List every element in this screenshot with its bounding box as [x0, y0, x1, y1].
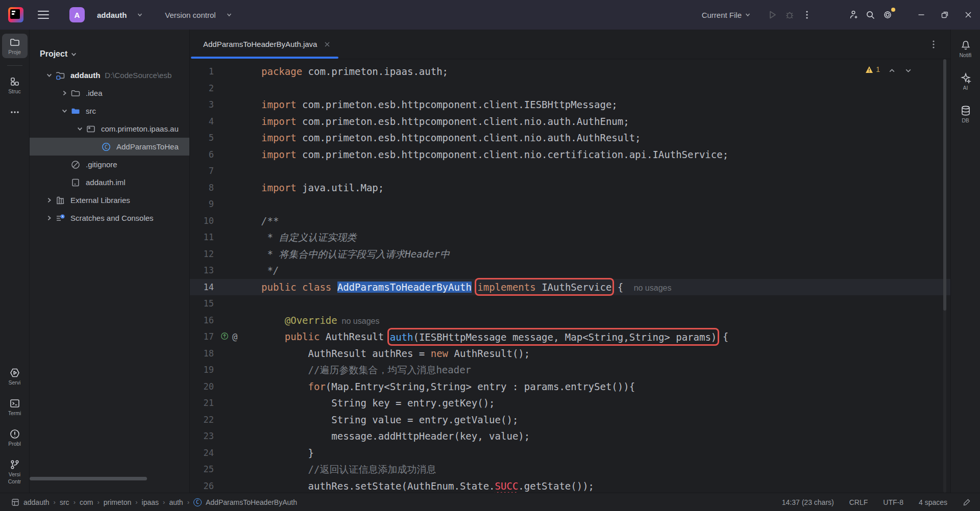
- warning-indicator[interactable]: 1: [865, 65, 880, 73]
- chevron-expanded-icon[interactable]: [74, 123, 85, 135]
- breadcrumb-item[interactable]: ipaas: [142, 498, 159, 506]
- main-menu-icon[interactable]: [38, 11, 49, 19]
- sidebar-item-more-tools[interactable]: [2, 104, 28, 121]
- previous-problem-icon[interactable]: [888, 65, 896, 73]
- ai-assistant-icon: [960, 72, 971, 84]
- implementing-method-gutter-icon[interactable]: [220, 328, 229, 345]
- writable-toggle-icon[interactable]: [963, 498, 971, 506]
- code-line-25: 25 //返回认证信息添加成功消息: [190, 461, 950, 478]
- breadcrumb-separator: ›: [97, 498, 99, 506]
- tree-item-package[interactable]: com.primeton.ipaas.au: [30, 120, 189, 138]
- title-bar: A addauth Version control Current File: [0, 0, 980, 30]
- code-editor-area[interactable]: 1 1package com.primeton.ipaas.auth;23imp…: [190, 59, 950, 493]
- tree-item-external-libraries[interactable]: External Libraries: [30, 191, 189, 209]
- annotation-gutter-icon[interactable]: @: [232, 328, 237, 345]
- breadcrumb-item[interactable]: src: [60, 498, 69, 506]
- code-line-24: 24 }: [190, 445, 950, 462]
- close-button[interactable]: [957, 3, 980, 27]
- tree-item-iml-file[interactable]: addauth.iml: [30, 173, 189, 191]
- stripe-label: Versi: [9, 472, 20, 477]
- module-file-icon: [70, 177, 81, 188]
- breadcrumb-item[interactable]: auth: [169, 498, 183, 506]
- line-number: 14: [190, 279, 214, 296]
- ignored-file-icon: [70, 159, 81, 170]
- more-actions-button[interactable]: [798, 6, 816, 23]
- code-line-4: 4import com.primeton.esb.httpcomponent.c…: [190, 113, 950, 130]
- code-line-20: 20 for(Map.Entry<String,String> entry : …: [190, 378, 950, 395]
- tab-close-icon[interactable]: [323, 40, 331, 48]
- chevron-expanded-icon[interactable]: [43, 70, 55, 81]
- code-line-9: 9: [190, 196, 950, 213]
- project-panel-title[interactable]: Project: [40, 49, 67, 59]
- module-icon: [11, 498, 19, 506]
- version-control-menu[interactable]: Version control: [165, 11, 215, 19]
- tab-addparamstoheaderbyauth[interactable]: AddParamsToHeaderByAuth.java: [190, 30, 339, 59]
- code-line-13: 13 */: [190, 262, 950, 279]
- breadcrumbs: addauth › src › com › primeton › ipaas ›…: [11, 498, 297, 506]
- folder-icon: [70, 88, 81, 99]
- editor-options-icon[interactable]: [928, 39, 939, 50]
- sidebar-item-database[interactable]: DB: [953, 102, 978, 126]
- line-separator-widget[interactable]: CRLF: [849, 498, 868, 506]
- code-line-12: 12 * 将集合中的认证字段写入请求Header中: [190, 246, 950, 263]
- caret-position-widget[interactable]: 14:37 (23 chars): [782, 498, 834, 506]
- breadcrumb-separator: ›: [54, 498, 56, 506]
- project-name-dropdown[interactable]: addauth: [97, 11, 127, 19]
- search-everywhere-button[interactable]: [862, 6, 879, 23]
- sidebar-item-notifications[interactable]: Notifi: [953, 37, 978, 61]
- sidebar-item-services[interactable]: Servi: [2, 364, 28, 389]
- code-line-6: 6import com.primeton.esb.httpcomponent.c…: [190, 146, 950, 163]
- encoding-widget[interactable]: UTF-8: [883, 498, 903, 506]
- vertical-scrollbar[interactable]: [943, 59, 946, 493]
- project-avatar[interactable]: A: [69, 7, 85, 22]
- chevron-collapsed-icon[interactable]: [43, 213, 55, 224]
- chevron-expanded-icon[interactable]: [59, 106, 70, 117]
- minimize-button[interactable]: [910, 3, 933, 27]
- package-icon: [85, 123, 96, 135]
- sidebar-item-project[interactable]: Proje: [2, 34, 28, 58]
- editor: AddParamsToHeaderByAuth.java 1: [190, 30, 950, 493]
- chevron-collapsed-icon[interactable]: [43, 195, 55, 206]
- line-number: 16: [190, 312, 214, 329]
- editor-tab-bar: AddParamsToHeaderByAuth.java: [190, 30, 950, 59]
- breadcrumb-item[interactable]: primeton: [104, 498, 131, 506]
- tree-item-gitignore[interactable]: .gitignore: [30, 156, 189, 173]
- sidebar-item-problems[interactable]: Probl: [2, 425, 28, 450]
- stripe-label: AI: [963, 85, 968, 91]
- line-number: 1: [190, 63, 214, 80]
- line-number: 5: [190, 130, 214, 146]
- horizontal-scrollbar[interactable]: [30, 477, 147, 480]
- chevron-collapsed-icon[interactable]: [59, 88, 70, 99]
- sidebar-item-version-control[interactable]: Versi Contr: [2, 456, 28, 488]
- tree-item-scratches[interactable]: Scratches and Consoles: [30, 209, 189, 227]
- tree-label: External Libraries: [70, 196, 130, 205]
- tree-label: com.primeton.ipaas.au: [101, 124, 179, 133]
- run-configuration-selector[interactable]: Current File: [702, 11, 750, 19]
- sidebar-item-structure[interactable]: Struc: [2, 73, 28, 97]
- tree-item-src-folder[interactable]: src: [30, 102, 189, 120]
- code-line-10: 10/**: [190, 213, 950, 229]
- sidebar-item-terminal[interactable]: Termi: [2, 395, 28, 419]
- breadcrumb-item[interactable]: addauth: [23, 498, 50, 506]
- tree-item-class-selected[interactable]: C AddParamsToHea: [30, 138, 189, 156]
- breadcrumb-separator: ›: [135, 498, 137, 506]
- more-horizontal-icon: [9, 107, 20, 118]
- settings-button[interactable]: [879, 6, 896, 23]
- code-with-me-button[interactable]: [844, 6, 862, 23]
- indentation-widget[interactable]: 4 spaces: [919, 498, 947, 506]
- breadcrumb-item[interactable]: com: [80, 498, 93, 506]
- next-problem-icon[interactable]: [904, 65, 913, 73]
- code-line-3: 3import com.primeton.esb.httpcomponent.c…: [190, 96, 950, 113]
- code-line-7: 7: [190, 163, 950, 180]
- breadcrumb-item[interactable]: AddParamsToHeaderByAuth: [206, 498, 297, 506]
- debug-button[interactable]: [781, 6, 798, 23]
- stripe-label: Servi: [9, 380, 21, 386]
- line-number: 2: [190, 80, 214, 97]
- tree-path: D:\CodeSource\esb: [105, 71, 172, 80]
- sidebar-item-ai-assistant[interactable]: AI: [953, 69, 978, 94]
- tree-item-addauth-root[interactable]: addauth D:\CodeSource\esb: [30, 66, 189, 84]
- run-button[interactable]: [764, 6, 781, 23]
- ide-window: A addauth Version control Current File: [0, 0, 980, 511]
- tree-item-idea-folder[interactable]: .idea: [30, 84, 189, 102]
- restore-button[interactable]: [933, 3, 957, 27]
